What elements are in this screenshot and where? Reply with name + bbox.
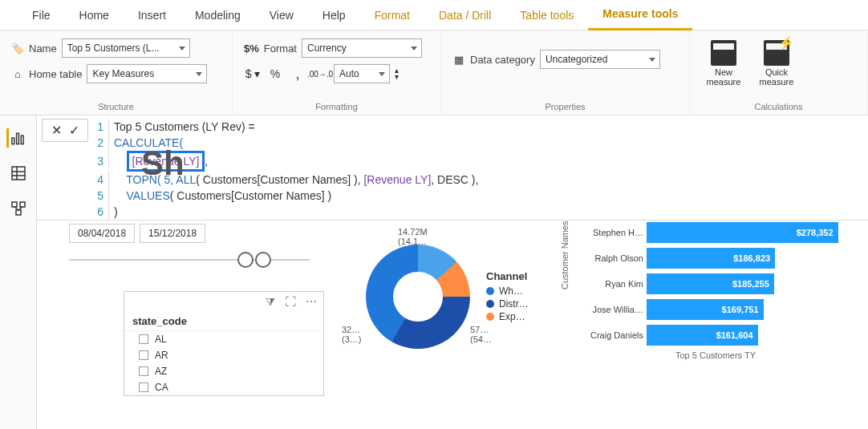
slider-handle-right[interactable] xyxy=(255,252,271,268)
tab-datadrill[interactable]: Data / Drill xyxy=(424,0,505,30)
new-measure-button[interactable]: New measure xyxy=(701,40,746,87)
watermark-text: Sh xyxy=(141,144,185,183)
date-to[interactable]: 15/12/2018 xyxy=(140,224,205,243)
report-view-button[interactable] xyxy=(6,128,26,148)
filter-icon[interactable]: ⧩ xyxy=(266,295,275,309)
svg-rect-0 xyxy=(12,138,14,144)
bar-ylabel: Customer Names xyxy=(560,221,570,289)
percent-button[interactable]: % xyxy=(266,65,284,83)
bar-category: Ryan Kim xyxy=(579,279,647,289)
formula-editor[interactable]: Sh 1Top 5 Customers (LY Rev) = 2CALCULAT… xyxy=(93,119,478,220)
group-properties: Properties xyxy=(452,102,678,111)
date-slider[interactable] xyxy=(69,259,310,261)
donut-chart xyxy=(366,245,470,349)
slicer-item[interactable]: AR xyxy=(124,347,323,363)
tab-tabletools[interactable]: Table tools xyxy=(505,0,588,30)
bar-rect: $161,604 xyxy=(647,325,758,346)
datacat-combo[interactable]: Uncategorized xyxy=(540,50,660,69)
bar-title: Top 5 Customers TY xyxy=(579,350,852,360)
name-label: Name xyxy=(29,42,57,55)
commit-formula-button[interactable]: ✓ xyxy=(67,123,81,138)
svg-rect-8 xyxy=(20,202,25,207)
bar-row: Craig Daniels$161,604 xyxy=(579,323,852,347)
group-structure: Structure xyxy=(11,102,221,111)
bar-rect: $169,751 xyxy=(647,299,764,320)
tab-view[interactable]: View xyxy=(255,0,308,30)
calculator-bolt-icon xyxy=(764,40,789,66)
bar-category: Ralph Olson xyxy=(579,253,647,263)
group-formatting: Formatting xyxy=(244,102,429,111)
bar-row: Ryan Kim$185,255 xyxy=(579,272,852,296)
checkbox-icon[interactable] xyxy=(139,350,148,360)
tab-format[interactable]: Format xyxy=(360,0,424,30)
category-icon: ▦ xyxy=(452,53,465,66)
tab-home[interactable]: Home xyxy=(65,0,124,30)
bar-rect: $186,823 xyxy=(647,248,775,269)
svg-rect-9 xyxy=(16,210,21,215)
bar-category: Craig Daniels xyxy=(579,330,647,340)
decimals-input[interactable]: Auto xyxy=(334,64,390,83)
home-icon: ⌂ xyxy=(11,67,24,80)
bar-row: Jose Willia…$169,751 xyxy=(579,297,852,322)
more-icon[interactable]: ⋯ xyxy=(306,295,317,309)
tab-modeling[interactable]: Modeling xyxy=(180,0,255,30)
svg-rect-3 xyxy=(12,167,25,180)
focus-icon[interactable]: ⛶ xyxy=(285,295,296,309)
model-view-button[interactable] xyxy=(9,199,28,218)
quick-measure-button[interactable]: Quick measure xyxy=(754,40,799,87)
donut-visual[interactable]: 14.72M (14.1… 32… (3…) 57… (54… Channel … xyxy=(366,245,529,349)
checkbox-icon[interactable] xyxy=(139,382,148,392)
slicer-item[interactable]: AL xyxy=(124,331,323,347)
calculator-icon xyxy=(711,40,736,66)
slicer-visual[interactable]: ⧩ ⛶ ⋯ state_code ALARAZCA xyxy=(124,291,324,396)
donut-legend: Channel Wh… Distr… Exp… xyxy=(486,270,529,324)
bar-row: Ralph Olson$186,823 xyxy=(579,246,852,270)
tab-measuretools[interactable]: Measure tools xyxy=(588,0,692,30)
name-input[interactable]: Top 5 Customers (L... xyxy=(62,38,190,58)
bar-chart-visual[interactable]: Customer Names Stephen H…$278,352Ralph O… xyxy=(579,221,852,360)
ribbon: 🏷️ Name Top 5 Customers (L... ⌂ Home tab… xyxy=(0,30,868,115)
hometable-combo[interactable]: Key Measures xyxy=(87,64,207,83)
date-from[interactable]: 08/04/2018 xyxy=(69,224,135,243)
decimal-button[interactable]: .00→.0 xyxy=(311,65,329,83)
tab-file[interactable]: File xyxy=(18,0,65,30)
slicer-header: state_code xyxy=(124,312,323,331)
group-calculations: Calculations xyxy=(701,102,856,111)
bar-category: Stephen H… xyxy=(579,228,647,237)
slicer-item[interactable]: AZ xyxy=(124,363,323,379)
format-label: Format xyxy=(264,42,297,55)
ribbon-tabs: File Home Insert Modeling View Help Form… xyxy=(0,0,868,30)
tag-icon: 🏷️ xyxy=(11,42,24,55)
tab-insert[interactable]: Insert xyxy=(124,0,180,30)
cancel-formula-button[interactable]: ✕ xyxy=(49,123,63,138)
data-view-button[interactable] xyxy=(9,164,28,183)
view-rail xyxy=(0,115,37,429)
checkbox-icon[interactable] xyxy=(139,366,148,376)
svg-rect-7 xyxy=(12,202,17,207)
svg-rect-2 xyxy=(21,136,23,144)
datacat-label: Data category xyxy=(470,54,535,66)
bar-rect: $278,352 xyxy=(647,222,838,243)
currency-button[interactable]: $ ▾ xyxy=(244,65,262,83)
slider-handle-left[interactable] xyxy=(237,252,254,268)
tab-help[interactable]: Help xyxy=(308,0,360,30)
spinner-icon[interactable]: ▴▾ xyxy=(395,67,399,80)
checkbox-icon[interactable] xyxy=(139,334,148,344)
slicer-item[interactable]: CA xyxy=(124,379,323,395)
svg-rect-1 xyxy=(17,133,19,144)
format-prefix-icon: $% xyxy=(244,42,259,55)
hometable-label: Home table xyxy=(29,68,82,80)
report-canvas: 08/04/2018 15/12/2018 ⧩ ⛶ ⋯ state_code A… xyxy=(37,221,868,429)
bar-category: Jose Willia… xyxy=(579,305,647,314)
bar-rect: $185,255 xyxy=(647,273,774,294)
comma-button[interactable]: , xyxy=(289,65,306,83)
format-combo[interactable]: Currency xyxy=(302,38,422,58)
formula-bar: ✕ ✓ Sh 1Top 5 Customers (LY Rev) = 2CALC… xyxy=(37,115,868,221)
bar-row: Stephen H…$278,352 xyxy=(579,221,852,245)
